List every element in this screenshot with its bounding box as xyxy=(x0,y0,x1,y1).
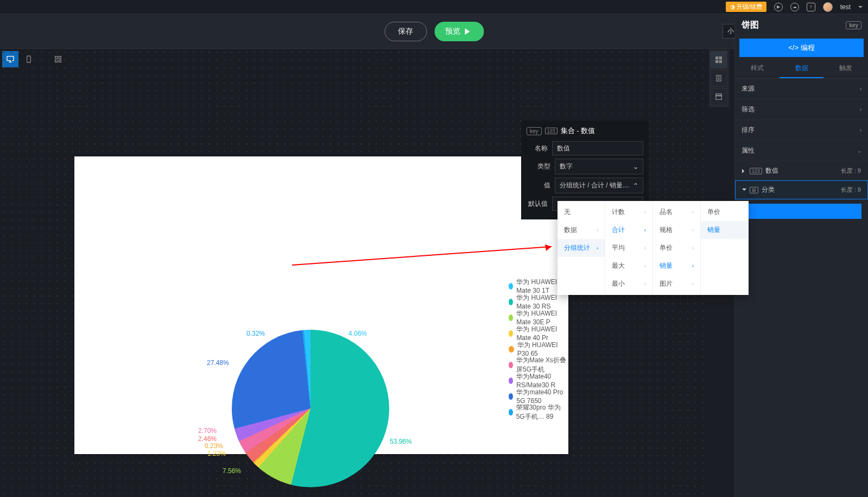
cascade-item-label: 计数 xyxy=(612,207,625,217)
cascade-item-label: 合计 xyxy=(612,225,625,235)
tab-data[interactable]: 数据 xyxy=(780,59,824,78)
legend-item[interactable]: 华为Mate Xs折叠屏5G手机 xyxy=(509,357,568,373)
section-filter[interactable]: 筛选› xyxy=(735,99,868,120)
cascade-item-label: 图片 xyxy=(660,279,673,288)
tab-trigger[interactable]: 触发 xyxy=(823,59,868,78)
cascade-item-label: 销量 xyxy=(707,225,720,235)
legend-label: 华为mate40 Pro 5G 7650 xyxy=(516,388,568,405)
legend-label: 荣耀30pro 华为5G手机… 89 xyxy=(516,403,568,421)
section-sort[interactable]: 排序› xyxy=(735,120,868,141)
chevron-down-icon: ⌄ xyxy=(633,163,638,171)
legend-dot-icon xyxy=(509,409,513,416)
primary-action-button[interactable] xyxy=(742,204,861,219)
legend-label: 华为 HUAWEI Mate 30 RS xyxy=(516,293,568,310)
chevron-right-icon: › xyxy=(597,227,598,233)
legend-item[interactable]: 华为mate40 Pro 5G 7650 xyxy=(509,388,568,404)
cascade-column: 计数›合计›平均›最大›最小› xyxy=(605,201,653,295)
expand-icon xyxy=(742,188,746,193)
cascade-item[interactable]: 单价 xyxy=(701,203,749,221)
chevron-right-icon: › xyxy=(692,263,694,269)
legend-dot-icon xyxy=(509,346,514,353)
legend-dot-icon xyxy=(509,283,513,290)
prop-value[interactable]: 123 数值 长度 : 9 xyxy=(735,161,868,180)
component-toolstrip xyxy=(709,49,730,108)
cascade-item[interactable]: 规格› xyxy=(653,221,700,239)
cascade-item[interactable]: 计数› xyxy=(605,203,652,221)
help-icon[interactable]: ? xyxy=(807,3,815,11)
svg-rect-7 xyxy=(719,56,722,59)
expand-icon xyxy=(742,169,746,173)
user-name[interactable]: test xyxy=(840,3,851,11)
cascade-item-label: 品名 xyxy=(660,207,673,217)
legend-dot-icon xyxy=(509,378,513,384)
layout-icon[interactable] xyxy=(710,88,727,105)
cascade-item[interactable]: 平均› xyxy=(605,239,652,257)
legend-item[interactable]: 荣耀30pro 华为5G手机… 89 xyxy=(509,404,568,420)
legend-item[interactable]: 华为 HUAWEI Mate 30 RS xyxy=(509,294,568,310)
cascade-item[interactable]: 数据› xyxy=(557,221,605,239)
save-button[interactable]: 保存 xyxy=(384,22,427,41)
cascade-item-label: 数据 xyxy=(564,225,577,235)
cascade-item[interactable]: 销量 xyxy=(701,221,749,239)
cascade-item[interactable]: 最小› xyxy=(605,275,652,293)
chevron-right-icon: › xyxy=(692,245,694,251)
legend-item[interactable]: 华为 HUAWEI Mate 30E P xyxy=(509,310,568,325)
name-label: 名称 xyxy=(527,144,548,153)
key-badge[interactable]: key xyxy=(846,21,861,29)
type-label: 类型 xyxy=(527,162,550,171)
cascade-item[interactable]: 合计› xyxy=(605,221,652,239)
pie-label: 2.46% xyxy=(198,435,217,443)
tab-style[interactable]: 样式 xyxy=(735,59,780,78)
number-tag-icon: 123 xyxy=(545,128,557,134)
legend-item[interactable]: 华为 HUAWEI Mate 40 Pr xyxy=(509,325,568,341)
category-tag-icon: ⊞ xyxy=(750,187,758,193)
panel-tabs: 样式 数据 触发 xyxy=(735,59,868,79)
cascade-item-label: 单价 xyxy=(660,243,673,253)
legend-item[interactable]: 华为 HUAWEI P30 65 xyxy=(509,341,568,357)
prop-value-length: 长度 : 9 xyxy=(841,167,861,175)
cascade-item[interactable]: 单价› xyxy=(653,239,700,257)
cascade-item-label: 单价 xyxy=(707,207,720,217)
cascade-item-label: 分组统计 xyxy=(564,243,590,253)
section-attr[interactable]: 属性⌄ xyxy=(735,141,868,161)
upgrade-label: 升级/续费 xyxy=(737,3,762,11)
chart-card[interactable]: 53.96% 7.56% 1.23% 0.23% 2.46% 2.70% 27.… xyxy=(74,156,568,454)
user-menu-caret-icon[interactable] xyxy=(858,6,863,10)
value-label: 值 xyxy=(527,181,550,190)
chevron-right-icon: › xyxy=(644,263,646,269)
pie-label: 2.70% xyxy=(198,427,217,435)
chevron-right-icon: › xyxy=(692,281,694,287)
legend-label: 华为 HUAWEI Mate 30E P xyxy=(516,309,568,326)
preview-button[interactable]: 预览 xyxy=(434,22,484,41)
cascade-item[interactable]: 最大› xyxy=(605,257,652,275)
section-source[interactable]: 来源› xyxy=(735,79,868,99)
prop-value-label: 数值 xyxy=(765,166,778,175)
popup-title: key 123 集合 - 数值 xyxy=(527,126,643,136)
play-circle-icon[interactable]: ▶ xyxy=(774,3,783,11)
pie-label: 53.96% xyxy=(390,438,412,445)
widgets-icon[interactable] xyxy=(710,51,727,68)
chevron-right-icon: › xyxy=(644,245,646,251)
prop-category[interactable]: ⊞ 分类 长度 : 9 xyxy=(735,180,868,199)
clipboard-icon[interactable] xyxy=(710,70,727,87)
cascade-item[interactable]: 分组统计› xyxy=(557,239,605,257)
type-select[interactable]: 数字 ⌄ xyxy=(555,159,643,174)
legend: 华为 HUAWEI Mate 30 1T华为 HUAWEI Mate 30 RS… xyxy=(509,278,568,420)
legend-item[interactable]: 华为Mate40 RS/Mate30 R xyxy=(509,373,568,388)
cascade-item[interactable]: 销量› xyxy=(653,257,700,275)
cascade-item[interactable]: 图片› xyxy=(653,275,700,293)
cloud-icon[interactable]: ☁ xyxy=(790,3,799,11)
cascade-menu: 无数据›分组统计›计数›合计›平均›最大›最小›品名›规格›单价›销量›图片›单… xyxy=(557,201,749,295)
cascade-column: 无数据›分组统计› xyxy=(557,201,605,295)
cascade-item-label: 无 xyxy=(564,207,571,217)
avatar[interactable] xyxy=(823,2,833,12)
cascade-item[interactable]: 无 xyxy=(557,203,605,221)
properties-panel: 饼图 key </> 编程 样式 数据 触发 来源› 筛选› 排序› 属性⌄ 1… xyxy=(734,14,868,497)
value-select[interactable]: 分组统计 / 合计 / 销量 / 销量 ⌃ xyxy=(555,178,643,193)
code-button[interactable]: </> 编程 xyxy=(739,39,864,57)
name-input[interactable] xyxy=(552,141,643,155)
cascade-column: 单价销量 xyxy=(701,201,749,295)
cascade-item[interactable]: 品名› xyxy=(653,203,700,221)
upgrade-button[interactable]: ◑升级/续费 xyxy=(726,2,766,12)
svg-rect-11 xyxy=(716,94,722,96)
